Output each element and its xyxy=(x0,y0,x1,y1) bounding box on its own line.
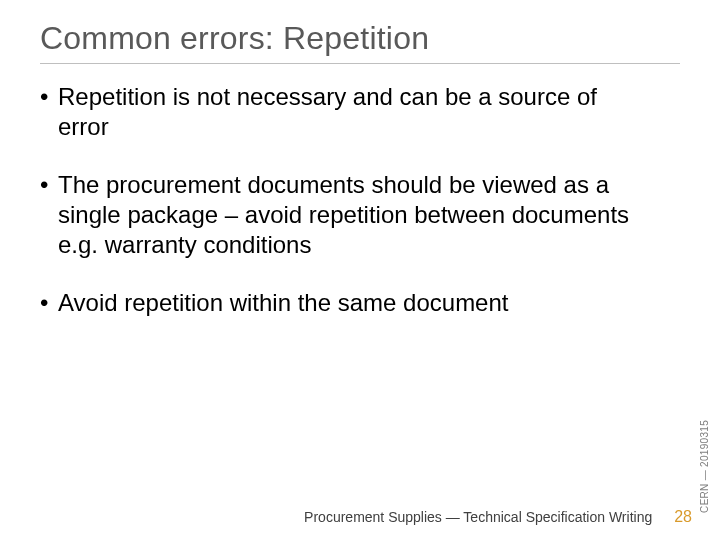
slide-title: Common errors: Repetition xyxy=(40,20,680,57)
slide: Common errors: Repetition • Repetition i… xyxy=(0,0,720,540)
bullet-item: • Avoid repetition within the same docum… xyxy=(40,288,650,318)
bullet-text: The procurement documents should be view… xyxy=(58,170,650,260)
bullet-text: Avoid repetition within the same documen… xyxy=(58,288,650,318)
content-area: • Repetition is not necessary and can be… xyxy=(40,82,680,318)
title-rule xyxy=(40,63,680,64)
footer: Procurement Supplies — Technical Specifi… xyxy=(0,508,720,526)
bullet-item: • The procurement documents should be vi… xyxy=(40,170,650,260)
bullet-text: Repetition is not necessary and can be a… xyxy=(58,82,650,142)
bullet-dot: • xyxy=(40,170,58,260)
bullet-dot: • xyxy=(40,288,58,318)
bullet-dot: • xyxy=(40,82,58,142)
footer-text: Procurement Supplies — Technical Specifi… xyxy=(304,509,652,525)
bullet-item: • Repetition is not necessary and can be… xyxy=(40,82,650,142)
page-number: 28 xyxy=(674,508,692,526)
side-label: CERN — 20190315 xyxy=(699,420,710,513)
